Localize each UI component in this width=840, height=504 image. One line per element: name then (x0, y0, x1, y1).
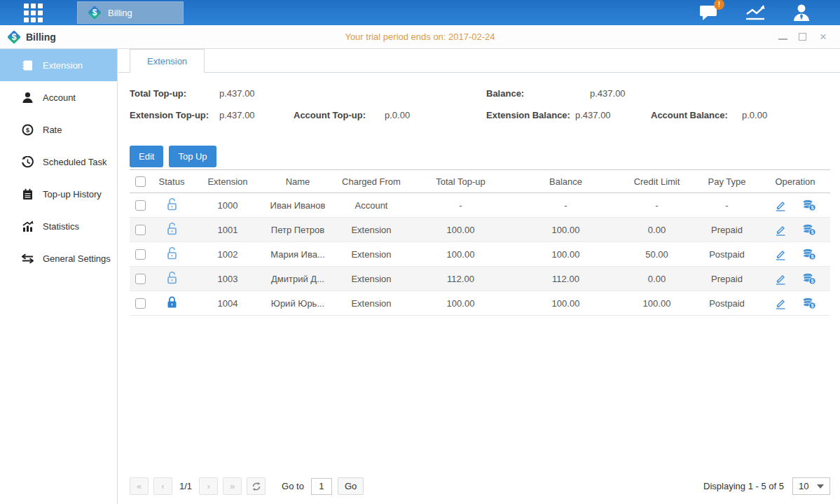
edit-row-button[interactable] (775, 248, 787, 260)
row-checkbox[interactable] (135, 200, 146, 211)
column-header: Balance (511, 170, 620, 193)
close-icon[interactable]: × (818, 32, 829, 42)
page-size-select[interactable]: 10 (792, 477, 830, 495)
statistics-topbar-icon[interactable] (745, 4, 766, 22)
sidebar-item-extension[interactable]: Extension (0, 49, 117, 81)
topup-coins-icon: $ (802, 200, 816, 211)
apps-grid-icon[interactable] (24, 4, 48, 22)
action-buttons: Edit Top Up (118, 136, 840, 167)
row-checkbox[interactable] (135, 274, 146, 284)
sidebar-item-label: General Settings (43, 253, 111, 264)
row-checkbox[interactable] (135, 225, 146, 235)
unlocked-icon[interactable] (166, 271, 178, 284)
column-header: Operation (760, 170, 830, 193)
sidebar-item-account[interactable]: Account (0, 81, 117, 113)
sidebar-item-label: Statistics (43, 221, 79, 232)
chevron-down-icon (817, 484, 824, 489)
window-controls: × (778, 32, 829, 42)
sidebar-item-scheduled-task[interactable]: Scheduled Task (0, 146, 117, 178)
top-up-row-button[interactable]: $ (802, 224, 816, 236)
unlocked-icon[interactable] (166, 197, 178, 211)
account-topup-label: Account Top-up: (294, 110, 385, 120)
prev-page-button[interactable]: ‹ (153, 477, 172, 495)
scheduled-task-icon (22, 156, 34, 168)
sidebar-item-label: Extension (43, 60, 83, 71)
edit-pencil-icon (775, 273, 787, 285)
goto-page-input[interactable] (311, 478, 332, 495)
main-panel: Extension Total Top-up: p.437.00 Balance… (118, 49, 840, 504)
sidebar-item-topup-history[interactable]: Top-up History (0, 178, 117, 210)
extension-topup-label: Extension Top-up: (130, 110, 219, 120)
edit-button[interactable]: Edit (130, 146, 163, 167)
topup-coins-icon: $ (802, 273, 816, 285)
billing-title-diamond-icon: $ (7, 30, 21, 44)
next-page-button[interactable]: › (199, 477, 218, 495)
pagination-bar: « ‹ 1/1 › » Go to Go Displaying 1 - 5 of… (130, 477, 830, 495)
top-up-row-button[interactable]: $ (802, 248, 816, 260)
last-page-button[interactable]: » (223, 477, 242, 495)
user-icon[interactable] (791, 4, 812, 22)
extension-icon (22, 59, 34, 71)
edit-row-button[interactable] (775, 224, 787, 236)
table-row[interactable]: 1003 Дмитрий Д... Extension 112.00 112.0… (130, 267, 830, 291)
sidebar-item-label: Account (43, 92, 76, 103)
app-tab-label: Billing (108, 8, 132, 18)
billing-diamond-icon: $ (88, 6, 102, 20)
edit-pencil-icon (775, 200, 787, 211)
rate-icon: $ (22, 124, 34, 136)
top-up-button[interactable]: Top Up (169, 146, 216, 167)
table-row[interactable]: 1004 Юрий Юрь... Extension 100.00 100.00… (130, 291, 830, 316)
sidebar-item-rate[interactable]: $ Rate (0, 113, 117, 146)
row-checkbox[interactable] (135, 249, 146, 260)
edit-pencil-icon (775, 298, 787, 309)
topup-coins-icon: $ (802, 298, 816, 309)
messages-icon[interactable]: ! (698, 4, 719, 22)
sidebar-item-general-settings[interactable]: General Settings (0, 242, 117, 274)
topup-coins-icon: $ (802, 248, 816, 260)
column-header: Charged From (333, 170, 410, 193)
extension-table: StatusExtensionNameCharged FromTotal Top… (130, 169, 830, 316)
topbar: $ Billing ! (0, 0, 840, 25)
go-button[interactable]: Go (338, 477, 364, 495)
edit-row-button[interactable] (775, 200, 787, 211)
summary-panel: Total Top-up: p.437.00 Balance: p.437.00… (118, 73, 840, 136)
table-row[interactable]: 1002 Мария Ива... Extension 100.00 100.0… (130, 242, 830, 267)
sidebar: Extension Account $ Rate Scheduled Task … (0, 49, 118, 504)
refresh-button[interactable] (247, 477, 266, 495)
edit-pencil-icon (775, 248, 787, 260)
top-up-row-button[interactable]: $ (802, 200, 816, 211)
sidebar-item-label: Rate (43, 125, 62, 135)
sidebar-item-label: Scheduled Task (43, 157, 107, 167)
unlocked-icon[interactable] (166, 222, 178, 235)
edit-row-button[interactable] (775, 273, 787, 285)
goto-label: Go to (282, 481, 304, 491)
select-all-checkbox[interactable] (135, 176, 146, 187)
extension-balance-value: p.437.00 (575, 110, 611, 120)
locked-icon[interactable] (166, 295, 178, 309)
minimize-icon[interactable] (778, 34, 787, 40)
account-icon (22, 92, 34, 104)
first-page-button[interactable]: « (130, 477, 149, 495)
balance-label: Balance: (486, 88, 590, 99)
app-title: $ Billing (7, 30, 56, 44)
row-checkbox[interactable] (135, 298, 146, 309)
edit-row-button[interactable] (775, 298, 787, 309)
account-balance-value: p.0.00 (742, 110, 767, 120)
svg-text:$: $ (26, 127, 29, 134)
column-header: Extension (193, 170, 263, 193)
top-up-row-button[interactable]: $ (802, 298, 816, 309)
extension-balance-label: Extension Balance: (486, 110, 575, 120)
table-row[interactable]: 1001 Петр Петров Extension 100.00 100.00… (130, 218, 830, 242)
tab-extension[interactable]: Extension (130, 49, 205, 73)
table-row[interactable]: 1000 Иван Иванов Account - - - - (130, 193, 830, 218)
extension-topup-value: p.437.00 (219, 110, 255, 120)
sidebar-item-statistics[interactable]: Statistics (0, 210, 117, 242)
balance-value: p.437.00 (590, 88, 626, 99)
top-up-row-button[interactable]: $ (802, 273, 816, 285)
maximize-icon[interactable] (799, 33, 806, 41)
page-indicator: 1/1 (179, 481, 192, 491)
app-tab-billing[interactable]: $ Billing (77, 1, 184, 24)
sidebar-item-label: Top-up History (43, 189, 102, 200)
tab-extension-label: Extension (147, 56, 187, 66)
unlocked-icon[interactable] (166, 246, 178, 260)
